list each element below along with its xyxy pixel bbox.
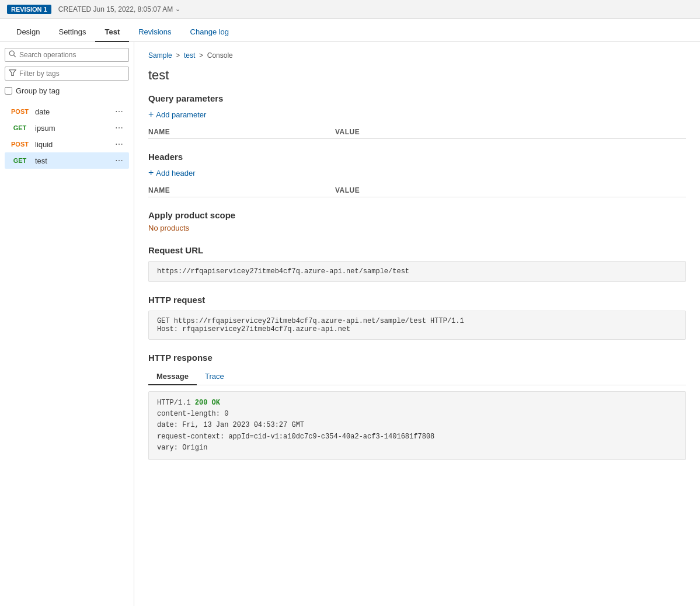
col-name-header: NAME <box>148 186 335 194</box>
api-item-liquid[interactable]: POST liquid ⋯ <box>5 136 129 152</box>
filter-input[interactable] <box>19 69 125 78</box>
request-url-title: Request URL <box>148 245 686 255</box>
col-name-header: NAME <box>148 128 335 136</box>
group-by-tag-label: Group by tag <box>16 86 60 95</box>
filter-box[interactable] <box>5 67 129 81</box>
more-options-icon[interactable]: ⋯ <box>115 107 124 116</box>
query-params-table-header: NAME VALUE <box>148 126 686 139</box>
query-params-title: Query parameters <box>148 93 686 103</box>
method-badge-post: POST <box>9 108 30 115</box>
search-input[interactable] <box>19 51 125 59</box>
main-layout: Group by tag POST date ⋯ GET ipsum ⋯ POS… <box>0 42 700 606</box>
breadcrumb-console: Console <box>207 51 233 60</box>
http-response-title: HTTP response <box>148 353 686 363</box>
tab-changelog[interactable]: Change log <box>181 23 239 42</box>
content-area: Sample > test > Console test Query param… <box>134 42 700 606</box>
response-tab-message[interactable]: Message <box>148 368 197 385</box>
http-response-section: HTTP response Message Trace HTTP/1.1 200… <box>148 353 686 460</box>
apply-scope-title: Apply product scope <box>148 210 686 220</box>
revision-badge: REVISION 1 <box>7 5 51 14</box>
headers-title: Headers <box>148 152 686 162</box>
api-name-test: test <box>35 156 110 165</box>
response-content-length: content-length: 0 <box>157 409 677 420</box>
search-box[interactable] <box>5 48 129 62</box>
request-url-value: https://rfqapiservicey27itmeb4cf7q.azure… <box>148 261 686 282</box>
response-request-context: request-context: appId=cid-v1:a10dc7c9-c… <box>157 431 677 443</box>
api-name-date: date <box>35 107 110 116</box>
tab-test[interactable]: Test <box>95 23 129 42</box>
more-options-icon[interactable]: ⋯ <box>115 123 124 133</box>
response-date: date: Fri, 13 Jan 2023 04:53:27 GMT <box>157 420 677 431</box>
tab-bar: Design Settings Test Revisions Change lo… <box>0 19 700 42</box>
svg-marker-2 <box>9 70 16 76</box>
headers-section: Headers + Add header NAME VALUE <box>148 152 686 197</box>
plus-icon: + <box>148 168 154 178</box>
query-params-section: Query parameters + Add parameter NAME VA… <box>148 93 686 139</box>
response-tab-trace[interactable]: Trace <box>197 368 232 385</box>
tab-revisions[interactable]: Revisions <box>129 23 180 42</box>
api-item-ipsum[interactable]: GET ipsum ⋯ <box>5 120 129 136</box>
add-parameter-label: Add parameter <box>156 110 206 119</box>
col-value-header: VALUE <box>335 186 686 194</box>
add-header-label: Add header <box>156 169 195 177</box>
sidebar: Group by tag POST date ⋯ GET ipsum ⋯ POS… <box>0 42 134 606</box>
tab-design[interactable]: Design <box>7 23 49 42</box>
status-ok-badge: 200 OK <box>195 399 220 407</box>
response-tabs: Message Trace <box>148 368 686 385</box>
request-url-section: Request URL https://rfqapiservicey27itme… <box>148 245 686 282</box>
col-value-header: VALUE <box>335 128 686 136</box>
group-by-tag: Group by tag <box>5 85 129 96</box>
created-text: CREATED Jun 15, 2022, 8:05:07 AM <box>58 5 173 13</box>
plus-icon: + <box>148 109 154 120</box>
api-name-ipsum: ipsum <box>35 124 110 133</box>
breadcrumb-test[interactable]: test <box>184 51 195 60</box>
add-parameter-button[interactable]: + Add parameter <box>148 109 686 120</box>
search-icon <box>9 50 16 60</box>
created-info: CREATED Jun 15, 2022, 8:05:07 AM ⌄ <box>58 5 181 13</box>
group-by-tag-checkbox[interactable] <box>5 87 12 95</box>
chevron-down-icon[interactable]: ⌄ <box>175 5 180 13</box>
breadcrumb-sample[interactable]: Sample <box>148 51 172 60</box>
filter-icon <box>9 69 16 78</box>
response-status-line: HTTP/1.1 200 OK <box>157 398 677 409</box>
http-request-section: HTTP request GET https://rfqapiservicey2… <box>148 295 686 340</box>
method-badge-get: GET <box>9 157 30 164</box>
http-request-line1: GET https://rfqapiservicey27itmeb4cf7q.a… <box>157 317 677 325</box>
response-vary: vary: Origin <box>157 443 677 454</box>
api-list: POST date ⋯ GET ipsum ⋯ POST liquid ⋯ GE… <box>5 103 129 169</box>
tab-settings[interactable]: Settings <box>49 23 95 42</box>
more-options-icon[interactable]: ⋯ <box>115 140 124 149</box>
svg-point-0 <box>9 51 14 55</box>
api-name-liquid: liquid <box>35 140 110 149</box>
add-header-button[interactable]: + Add header <box>148 168 686 178</box>
breadcrumb: Sample > test > Console <box>148 51 686 60</box>
more-options-icon[interactable]: ⋯ <box>115 156 124 165</box>
svg-line-1 <box>14 55 16 57</box>
headers-table-header: NAME VALUE <box>148 184 686 197</box>
method-badge-get: GET <box>9 124 30 131</box>
response-body: HTTP/1.1 200 OK content-length: 0 date: … <box>148 391 686 460</box>
page-title: test <box>148 68 686 83</box>
http-request-line2: Host: rfqapiservicey27itmeb4cf7q.azure-a… <box>157 325 677 333</box>
http-request-title: HTTP request <box>148 295 686 305</box>
no-products-text: No products <box>148 224 686 232</box>
http-request-body: GET https://rfqapiservicey27itmeb4cf7q.a… <box>148 311 686 340</box>
method-badge-post: POST <box>9 141 30 148</box>
apply-scope-section: Apply product scope No products <box>148 210 686 232</box>
top-bar: REVISION 1 CREATED Jun 15, 2022, 8:05:07… <box>0 0 700 19</box>
api-item-test[interactable]: GET test ⋯ <box>5 152 129 169</box>
api-item-date[interactable]: POST date ⋯ <box>5 103 129 120</box>
